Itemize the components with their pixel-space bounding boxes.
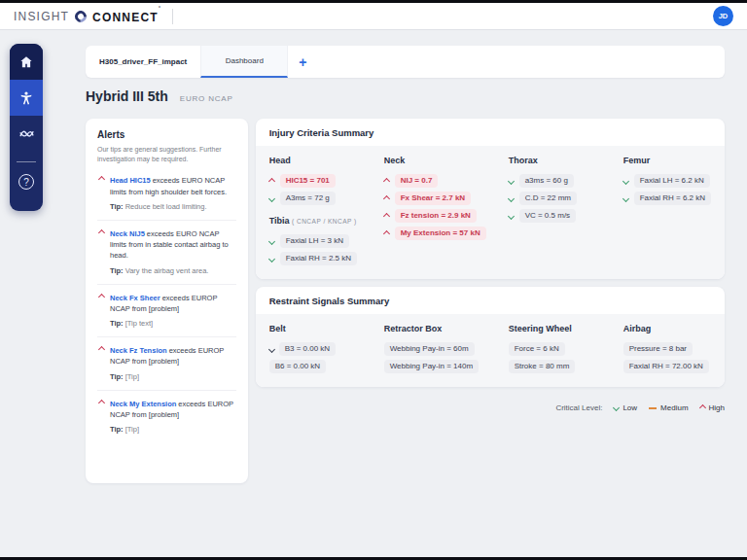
criterion-row: Faxial LH = 3 kN xyxy=(269,232,378,250)
add-tab-button[interactable]: + xyxy=(288,46,317,78)
injury-criteria-panel: Injury Criteria Summary Head HIC15 = 701 xyxy=(256,119,725,279)
signal-value: B3 = 0.00 kN xyxy=(279,342,336,356)
tip-label: Tip: xyxy=(110,425,124,434)
legend-medium: Medium xyxy=(660,403,688,412)
alert-item: Neck Fx Sheerexceeds EUROP NCAP from [pr… xyxy=(97,284,236,337)
alert-link[interactable]: Neck Fx Sheer xyxy=(110,294,160,302)
signal-value: Force = 6 kN xyxy=(509,342,565,356)
group-title: Steering Wheel xyxy=(509,324,618,333)
main-content: H305_driver_FF_impact Dashboard + Hybrid… xyxy=(86,46,725,483)
sidebar-item-help[interactable]: ? xyxy=(10,164,43,199)
critical-up-icon xyxy=(98,176,105,183)
signal-value: Faxial RH = 72.00 kN xyxy=(623,360,709,373)
criterion-value: A3ms = 72 g xyxy=(280,192,336,205)
alert-item: Neck NIJ5exceeds EURO NCAP limits from i… xyxy=(97,220,236,284)
restraint-group-airbag: Airbag Pressure = 8 bar Faxial RH = 72.0… xyxy=(623,324,711,375)
critical-up-icon xyxy=(98,293,105,299)
logo-trademark: ° xyxy=(159,5,160,11)
ok-down-icon xyxy=(622,194,629,201)
critical-up-icon xyxy=(383,212,390,219)
injury-panel-title: Injury Criteria Summary xyxy=(256,119,725,146)
alert-link[interactable]: Neck NIJ5 xyxy=(110,229,145,238)
alert-link[interactable]: Neck My Extension xyxy=(110,400,176,408)
alert-link[interactable]: Head HIC15 xyxy=(110,176,151,185)
top-bar: INSIGHT CONNECT° JD xyxy=(0,3,747,30)
page-title: Hybrid III 5th xyxy=(86,88,168,104)
legend-low: Low xyxy=(622,403,637,412)
ok-down-icon xyxy=(268,194,275,201)
logo-ring-icon xyxy=(73,8,89,24)
group-title: Retractor Box xyxy=(384,324,503,333)
injury-group-thorax: Thorax a3ms = 60 g C.D = 22 mm xyxy=(509,156,618,267)
logo-insight-text: INSIGHT xyxy=(14,10,69,23)
signal-row: Webbing Pay-in = 60m xyxy=(384,340,503,358)
criterion-row: Faxial LH = 6.2 kN xyxy=(623,172,711,190)
sidebar-item-home[interactable] xyxy=(10,44,43,80)
criterion-value: Fx Shear = 2.7 kN xyxy=(395,192,471,205)
criterion-row: A3ms = 72 g xyxy=(269,190,378,207)
criterion-row: a3ms = 60 g xyxy=(509,172,618,190)
group-title: Thorax xyxy=(509,156,618,165)
criterion-row: Faxial RH = 6.2 kN xyxy=(623,190,711,207)
criterion-value: Faxial LH = 3 kN xyxy=(280,234,349,248)
alert-item: Neck Fz Tensionexceeds EUROP NCAP from [… xyxy=(97,336,236,390)
group-title-suffix: ( CNCAP / KNCAP ) xyxy=(292,218,357,225)
tip-text: Vary the airbag vent area. xyxy=(125,266,209,275)
critical-up-icon xyxy=(383,177,390,184)
signal-value: Stroke = 80 mm xyxy=(509,360,576,373)
criterion-row: C.D = 22 mm xyxy=(509,190,618,207)
legend-label: Critical Level: xyxy=(555,403,602,412)
signal-row: Stroke = 80 mm xyxy=(509,358,618,375)
restraint-group-retractor: Retractor Box Webbing Pay-in = 60m Webbi… xyxy=(384,324,503,375)
medium-level-icon xyxy=(649,407,657,409)
sidebar-divider xyxy=(17,161,36,162)
sidebar-item-curves[interactable] xyxy=(10,116,43,152)
group-title: Head xyxy=(269,156,378,165)
criterion-value: Faxial RH = 2.5 kN xyxy=(280,252,357,265)
signal-row: Webbing Pay-in = 140m xyxy=(384,358,503,375)
alert-item: Neck My Extensionexceeds EUROP NCAP from… xyxy=(97,390,236,443)
high-level-icon xyxy=(699,404,706,411)
crash-dummy-icon xyxy=(18,90,34,106)
group-title: Neck xyxy=(384,156,503,165)
signal-curves-icon xyxy=(18,126,35,141)
alert-item: Head HIC15exceeds EURO NCAP limits from … xyxy=(97,173,236,220)
injury-panel-body: Head HIC15 = 701 A3ms = 72 g xyxy=(256,146,725,279)
signal-value: B6 = 0.00 kN xyxy=(269,360,326,373)
user-avatar[interactable]: JD xyxy=(713,6,733,26)
tip-label: Tip: xyxy=(110,372,124,381)
sidebar-item-dummy[interactable] xyxy=(10,80,43,116)
critical-level-legend: Critical Level: Low Medium High xyxy=(256,403,725,412)
criterion-value: Faxial RH = 6.2 kN xyxy=(634,192,711,205)
help-icon: ? xyxy=(18,174,34,190)
tip-label: Tip: xyxy=(110,202,124,211)
signal-row: Faxial RH = 72.00 kN xyxy=(623,358,711,375)
tip-text: [Tip] xyxy=(125,372,139,381)
tab-dashboard[interactable]: Dashboard xyxy=(200,46,288,78)
criterion-value: Faxial LH = 6.2 kN xyxy=(634,174,710,188)
nav-sidebar: ? xyxy=(10,44,43,211)
screen-top-bezel xyxy=(0,0,747,3)
critical-up-icon xyxy=(98,399,105,405)
signal-row: B3 = 0.00 kN xyxy=(269,340,378,358)
criterion-row: NIJ = 0.7 xyxy=(384,172,503,190)
criterion-value: C.D = 22 mm xyxy=(519,192,577,205)
group-title: Airbag xyxy=(623,324,711,333)
signal-value: Webbing Pay-in = 140m xyxy=(384,360,479,373)
criterion-value: NIJ = 0.7 xyxy=(395,174,439,188)
summary-column: Injury Criteria Summary Head HIC15 = 701 xyxy=(256,119,725,412)
tip-text: [Tip] xyxy=(125,425,139,434)
criterion-row: Faxial RH = 2.5 kN xyxy=(269,250,378,267)
critical-up-icon xyxy=(98,229,105,236)
tab-file[interactable]: H305_driver_FF_impact xyxy=(86,46,200,78)
criterion-row: My Extension = 57 kN xyxy=(384,225,503,242)
down-icon xyxy=(268,345,275,352)
critical-up-icon xyxy=(98,346,105,353)
criterion-row: Fz tension = 2.9 kN xyxy=(384,207,503,225)
ok-down-icon xyxy=(508,212,515,219)
ok-down-icon xyxy=(268,255,275,262)
alert-link[interactable]: Neck Fz Tension xyxy=(110,346,167,355)
legend-high: High xyxy=(709,403,725,412)
criterion-row: HIC15 = 701 xyxy=(269,172,378,190)
page-title-row: Hybrid III 5th EURO NCAP xyxy=(86,88,725,110)
